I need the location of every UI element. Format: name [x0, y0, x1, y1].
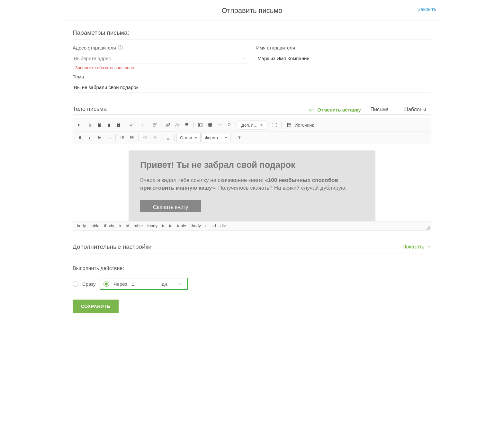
bullet-list-icon[interactable]	[127, 133, 136, 142]
link-icon[interactable]	[163, 121, 172, 130]
path-segment[interactable]: td	[169, 223, 173, 228]
path-segment[interactable]: tbody	[104, 223, 114, 228]
redo-icon[interactable]	[137, 121, 146, 130]
path-segment[interactable]: td	[212, 223, 216, 228]
subject-input[interactable]	[73, 82, 431, 93]
delay-unit-select[interactable]: дн.	[162, 281, 183, 287]
path-segment[interactable]: table	[177, 223, 186, 228]
email-heading: Привет! Ты не забрал свой подарок	[140, 160, 364, 170]
resize-grip-icon[interactable]	[426, 226, 430, 230]
close-button[interactable]: Закрыть	[418, 6, 436, 12]
editor-content-area[interactable]: Привет! Ты не забрал свой подарок Вчера …	[73, 144, 431, 221]
sender-address-label: Адрес отправителя i	[73, 45, 248, 50]
sender-address-select[interactable]: Выберите адрес	[73, 53, 248, 64]
body-label: Тело письма	[73, 106, 107, 113]
path-segment[interactable]: body	[77, 223, 86, 228]
more-plugins-dropdown[interactable]: Доп. п…	[238, 121, 266, 130]
paste-word-icon[interactable]: W	[114, 121, 123, 130]
maximize-icon[interactable]	[270, 121, 279, 130]
path-segment[interactable]: td	[126, 223, 129, 228]
svg-text:I: I	[89, 135, 90, 140]
help-icon[interactable]: ?	[235, 133, 244, 142]
more-plugins-label: Доп. п…	[241, 123, 257, 128]
format-label: Форма…	[205, 135, 222, 140]
delay-highlighted-box: Через дн.	[100, 278, 188, 290]
radio-now[interactable]	[73, 281, 78, 287]
delay-value-input[interactable]	[131, 281, 157, 287]
undo-icon[interactable]	[127, 121, 136, 130]
element-path-bar: body table tbody tr td table tbody tr td…	[73, 221, 431, 230]
templates-dropdown-label: Шаблоны	[403, 107, 426, 113]
sender-name-input[interactable]	[256, 53, 431, 64]
sender-name-label: Имя отправителя	[256, 45, 431, 50]
path-segment[interactable]: tbody	[147, 223, 158, 228]
toolbar-separator	[268, 122, 268, 129]
copy-icon[interactable]	[85, 121, 94, 130]
image-icon[interactable]	[196, 121, 205, 130]
svg-rect-2	[98, 123, 101, 127]
path-segment[interactable]: tr	[119, 223, 121, 228]
table-icon[interactable]	[205, 121, 214, 130]
paste-icon[interactable]	[95, 121, 104, 130]
svg-marker-53	[194, 137, 197, 139]
svg-rect-14	[208, 123, 212, 127]
chevron-down-icon	[178, 282, 183, 286]
toolbar-separator	[138, 134, 139, 141]
toolbar-separator	[281, 122, 282, 129]
path-segment[interactable]: tr	[162, 223, 165, 228]
svg-marker-54	[225, 137, 227, 139]
letters-dropdown-label: Письма	[371, 107, 389, 113]
info-icon[interactable]: i	[118, 45, 123, 50]
rich-text-editor: T W ABC Ω Доп. п…	[73, 119, 431, 230]
strike-icon[interactable]: S	[95, 133, 104, 142]
outdent-icon[interactable]	[140, 133, 149, 142]
path-segment[interactable]: tr	[205, 223, 208, 228]
svg-marker-47	[143, 137, 144, 138]
svg-rect-5	[108, 123, 110, 124]
numbered-list-icon[interactable]: 123	[118, 133, 127, 142]
indent-icon[interactable]	[150, 133, 159, 142]
svg-point-13	[199, 124, 200, 125]
save-button[interactable]: СОХРАНИТЬ	[73, 300, 119, 313]
modal-title: Отправить письмо	[221, 6, 282, 15]
bold-icon[interactable]: B	[76, 133, 85, 142]
letters-dropdown[interactable]: Письма	[371, 107, 394, 113]
toolbar-separator	[174, 134, 175, 141]
undo-insert-button[interactable]: Отменить вставку	[309, 107, 361, 113]
anchor-icon[interactable]	[183, 121, 192, 130]
blockquote-icon[interactable]: „	[163, 133, 172, 142]
show-settings-label: Показать	[402, 244, 424, 250]
show-settings-toggle[interactable]: Показать	[402, 244, 431, 250]
editor-toolbar: T W ABC Ω Доп. п…	[73, 119, 431, 144]
path-segment[interactable]: table	[134, 223, 143, 228]
chevron-down-icon	[391, 107, 394, 113]
templates-dropdown[interactable]: Шаблоны	[403, 107, 431, 113]
svg-text:I: I	[109, 136, 110, 139]
italic-icon[interactable]: I	[85, 133, 94, 142]
svg-text:B: B	[79, 135, 82, 140]
toolbar-separator	[236, 122, 236, 129]
cut-icon[interactable]	[76, 121, 85, 130]
sender-address-placeholder: Выберите адрес	[74, 56, 111, 61]
radio-after[interactable]	[104, 281, 109, 287]
styles-dropdown[interactable]: Стили	[176, 133, 201, 142]
unlink-icon[interactable]	[173, 121, 182, 130]
special-char-icon[interactable]: Ω	[225, 121, 234, 130]
path-segment[interactable]: div	[221, 223, 226, 228]
format-dropdown[interactable]: Форма…	[201, 133, 231, 142]
path-segment[interactable]: table	[90, 223, 99, 228]
path-segment[interactable]: tbody	[191, 223, 201, 228]
spellcheck-icon[interactable]: ABC	[150, 121, 159, 130]
remove-format-icon[interactable]: Ix	[104, 133, 113, 142]
chevron-down-icon	[428, 107, 431, 113]
styles-label: Стили	[180, 135, 192, 140]
svg-rect-11	[186, 123, 186, 124]
svg-rect-24	[288, 123, 291, 127]
svg-marker-23	[260, 124, 263, 126]
hr-icon[interactable]	[215, 121, 224, 130]
source-button[interactable]: Источник	[284, 121, 317, 130]
svg-point-40	[130, 139, 131, 140]
svg-point-39	[130, 137, 131, 138]
svg-rect-8	[118, 123, 119, 124]
paste-text-icon[interactable]: T	[104, 121, 113, 130]
